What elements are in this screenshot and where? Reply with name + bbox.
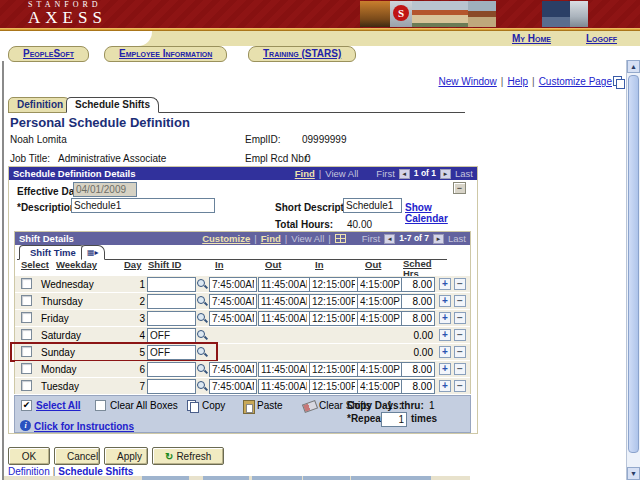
- row-select-checkbox[interactable]: [21, 363, 32, 374]
- add-row-button[interactable]: +: [439, 363, 451, 375]
- out-time-field-2[interactable]: [357, 379, 403, 394]
- col-in-2[interactable]: In: [315, 259, 323, 270]
- repeat-field[interactable]: [381, 412, 407, 427]
- out-time-field-1[interactable]: [258, 277, 310, 292]
- shift-id-lookup-icon[interactable]: [196, 278, 208, 290]
- shift-id-lookup-icon[interactable]: [196, 380, 208, 392]
- paste-icon[interactable]: [243, 400, 255, 414]
- out-time-field-1[interactable]: [258, 311, 310, 326]
- shift-id-field[interactable]: [147, 311, 196, 326]
- delete-row-button[interactable]: −: [454, 295, 466, 307]
- out-time-field-2[interactable]: [357, 311, 403, 326]
- clear-all-checkbox[interactable]: [95, 400, 106, 411]
- nav-tab-peoplesoft[interactable]: PeopleSoft: [8, 46, 89, 62]
- grid-view-all-link[interactable]: View All: [291, 232, 324, 245]
- delete-row-button[interactable]: −: [454, 363, 466, 375]
- col-in-1[interactable]: In: [215, 259, 223, 270]
- col-weekday[interactable]: Weekday: [56, 259, 97, 270]
- select-all-checkbox[interactable]: ✔: [21, 400, 32, 411]
- delete-row-button[interactable]: −: [454, 278, 466, 290]
- customize-link[interactable]: Customize: [202, 232, 250, 245]
- in-time-field-1[interactable]: [209, 362, 257, 377]
- col-out-2[interactable]: Out: [365, 259, 381, 270]
- in-time-field-1[interactable]: [209, 311, 257, 326]
- apply-button[interactable]: Apply: [104, 447, 148, 465]
- ok-button[interactable]: OK: [8, 447, 50, 465]
- col-out-1[interactable]: Out: [265, 259, 281, 270]
- in-time-field-1[interactable]: [209, 379, 257, 394]
- delete-row-button[interactable]: −: [454, 329, 466, 341]
- delete-row-button[interactable]: −: [454, 380, 466, 392]
- scroll-down-button[interactable]: ▼: [627, 467, 640, 480]
- nav-tab-training-stars[interactable]: Training (STARS): [248, 46, 356, 62]
- my-home-link[interactable]: My Home: [512, 33, 551, 44]
- instructions-link[interactable]: Click for Instructions: [34, 421, 134, 432]
- find-link[interactable]: Find: [295, 167, 315, 180]
- delete-row-button[interactable]: −: [454, 346, 466, 358]
- row-select-checkbox[interactable]: [21, 380, 32, 391]
- show-all-columns-icon[interactable]: ▦▸: [81, 245, 105, 260]
- help-link[interactable]: Help: [507, 76, 528, 87]
- next-row-button[interactable]: ►: [440, 169, 451, 179]
- shift-id-field[interactable]: [147, 379, 196, 394]
- shift-id-field[interactable]: [147, 294, 196, 309]
- shift-id-field[interactable]: [147, 345, 196, 360]
- in-time-field-1[interactable]: [209, 277, 257, 292]
- scrollbar-thumb[interactable]: [628, 75, 639, 453]
- grid-find-link[interactable]: Find: [261, 232, 281, 245]
- out-time-field-2[interactable]: [357, 294, 403, 309]
- out-time-field-1[interactable]: [258, 379, 310, 394]
- out-time-field-1[interactable]: [258, 294, 310, 309]
- short-description-field[interactable]: [343, 198, 402, 213]
- in-time-field-2[interactable]: [309, 379, 358, 394]
- in-time-field-2[interactable]: [309, 311, 358, 326]
- refresh-button[interactable]: ↻Refresh: [152, 447, 224, 465]
- add-row-button[interactable]: +: [439, 346, 451, 358]
- add-row-button[interactable]: +: [439, 329, 451, 341]
- clear-shifts-icon[interactable]: [302, 400, 318, 413]
- row-select-checkbox[interactable]: [21, 278, 32, 289]
- col-day[interactable]: Day: [124, 259, 141, 270]
- tab-schedule-shifts[interactable]: Schedule Shifts: [66, 97, 159, 113]
- collapse-row-button[interactable]: −: [453, 182, 466, 194]
- shift-id-field[interactable]: [147, 362, 196, 377]
- add-row-button[interactable]: +: [439, 278, 451, 290]
- download-grid-icon[interactable]: [335, 234, 346, 243]
- add-row-button[interactable]: +: [439, 312, 451, 324]
- nav-tab-employee-information[interactable]: Employee Information: [104, 46, 227, 62]
- copy-label[interactable]: Copy: [202, 400, 225, 411]
- col-select[interactable]: Select: [21, 259, 49, 270]
- out-time-field-2[interactable]: [357, 277, 403, 292]
- shift-id-field[interactable]: [147, 277, 196, 292]
- view-all-link[interactable]: View All: [325, 167, 358, 180]
- scroll-up-button[interactable]: ▲: [627, 60, 640, 73]
- shift-id-lookup-icon[interactable]: [196, 363, 208, 375]
- copy-icon[interactable]: [187, 400, 198, 412]
- show-calendar-link[interactable]: Show Calendar: [405, 202, 477, 224]
- add-row-button[interactable]: +: [439, 380, 451, 392]
- grid-prev-button[interactable]: ◄: [384, 234, 395, 244]
- shift-id-lookup-icon[interactable]: [196, 312, 208, 324]
- copy-url-icon[interactable]: [613, 76, 624, 88]
- customize-page-link[interactable]: Customize Page: [539, 76, 612, 87]
- new-window-link[interactable]: New Window: [438, 76, 496, 87]
- add-row-button[interactable]: +: [439, 295, 451, 307]
- out-time-field-1[interactable]: [258, 362, 310, 377]
- row-select-checkbox[interactable]: [21, 346, 32, 357]
- paste-label[interactable]: Paste: [257, 400, 283, 411]
- grid-next-button[interactable]: ►: [433, 234, 444, 244]
- delete-row-button[interactable]: −: [454, 312, 466, 324]
- shift-id-lookup-icon[interactable]: [196, 329, 208, 341]
- in-time-field-2[interactable]: [309, 362, 358, 377]
- logoff-link[interactable]: Logoff: [586, 33, 617, 44]
- shift-id-lookup-icon[interactable]: [196, 346, 208, 358]
- clear-all-label[interactable]: Clear All Boxes: [110, 400, 178, 411]
- tab-shift-time[interactable]: Shift Time: [19, 245, 87, 260]
- col-shift-id[interactable]: Shift ID: [148, 259, 181, 270]
- row-select-checkbox[interactable]: [21, 329, 32, 340]
- cancel-button[interactable]: Cancel: [54, 447, 100, 465]
- select-all-link[interactable]: Select All: [36, 400, 81, 411]
- row-select-checkbox[interactable]: [21, 295, 32, 306]
- shift-id-lookup-icon[interactable]: [196, 295, 208, 307]
- description-field[interactable]: [71, 198, 215, 213]
